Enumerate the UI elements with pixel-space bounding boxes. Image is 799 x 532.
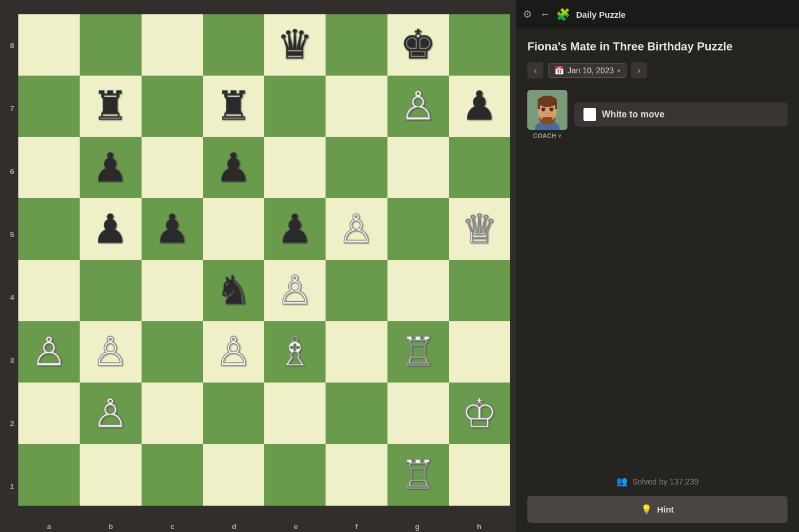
cell-c4[interactable] [142, 260, 203, 321]
cell-f6[interactable] [326, 137, 387, 198]
date-value: Jan 10, 2023 [567, 66, 614, 75]
cell-c6[interactable] [142, 137, 203, 198]
cell-f1[interactable] [326, 444, 387, 505]
move-text: White to move [602, 109, 664, 120]
cell-a5[interactable] [18, 198, 80, 259]
cell-e4[interactable]: ♙ [264, 260, 326, 321]
cell-f2[interactable] [326, 383, 387, 444]
hint-label: Hint [657, 505, 673, 514]
date-next-button[interactable]: › [631, 62, 647, 78]
board-wrapper: 8 7 6 5 4 3 2 1 ♛♚♜♜♙♟♟♟♟♟♟♙♕♞♙♙♙♙♗♖♙♔♖ … [6, 14, 510, 518]
date-chevron-icon: ▾ [617, 68, 620, 74]
back-icon[interactable]: ← [540, 9, 550, 21]
cell-e3[interactable]: ♗ [264, 321, 326, 383]
cell-c3[interactable] [142, 321, 203, 383]
cell-f5[interactable]: ♙ [326, 198, 387, 259]
piece-white-pawn-e4: ♙ [277, 270, 313, 310]
cell-a4[interactable] [18, 260, 80, 321]
sidebar: ⚙ ← 🧩 Daily Puzzle Fiona's Mate in Three… [516, 0, 799, 532]
cell-f8[interactable] [326, 14, 387, 76]
cell-e6[interactable] [264, 137, 326, 198]
date-selector[interactable]: 📅 Jan 10, 2023 ▾ [548, 63, 626, 78]
cell-g5[interactable] [387, 198, 449, 259]
cell-b5[interactable]: ♟ [80, 198, 141, 259]
cell-a3[interactable]: ♙ [18, 321, 80, 383]
cell-b6[interactable]: ♟ [80, 137, 141, 198]
piece-white-pawn-d3: ♙ [216, 332, 252, 372]
cell-h3[interactable] [449, 321, 510, 383]
cell-a2[interactable] [18, 383, 80, 444]
piece-white-pawn-f5: ♙ [338, 209, 374, 249]
cell-d1[interactable] [203, 444, 264, 505]
cell-c7[interactable] [142, 76, 203, 137]
cell-h1[interactable] [449, 444, 510, 505]
date-nav: ‹ 📅 Jan 10, 2023 ▾ › [527, 62, 788, 78]
cell-d6[interactable]: ♟ [203, 137, 264, 198]
svg-point-9 [546, 113, 549, 115]
cell-d8[interactable] [203, 14, 264, 76]
move-indicator: White to move [574, 103, 788, 127]
cell-g6[interactable] [387, 137, 449, 198]
cell-a6[interactable] [18, 137, 80, 198]
cell-e1[interactable] [264, 444, 326, 505]
cell-h5[interactable]: ♕ [449, 198, 510, 259]
cell-b7[interactable]: ♜ [80, 76, 141, 137]
cell-e2[interactable] [264, 383, 326, 444]
cell-a8[interactable] [18, 14, 80, 76]
file-e: e [293, 522, 297, 531]
cell-a7[interactable] [18, 76, 80, 137]
cell-c5[interactable]: ♟ [142, 198, 203, 259]
piece-black-king-g8: ♚ [400, 25, 436, 65]
cell-b1[interactable] [80, 444, 141, 505]
coach-text: COACH [533, 132, 556, 139]
cell-h8[interactable] [449, 14, 510, 76]
board-area: 8 7 6 5 4 3 2 1 ♛♚♜♜♙♟♟♟♟♟♟♙♕♞♙♙♙♙♗♖♙♔♖ … [0, 0, 516, 532]
rank-3: 3 [10, 356, 14, 365]
cell-g7[interactable]: ♙ [387, 76, 449, 137]
cell-e7[interactable] [264, 76, 326, 137]
cell-d4[interactable]: ♞ [203, 260, 264, 321]
cell-g3[interactable]: ♖ [387, 321, 449, 383]
svg-rect-13 [541, 108, 546, 109]
piece-white-rook-g3: ♖ [400, 332, 436, 372]
cell-a1[interactable] [18, 444, 80, 505]
cell-g1[interactable]: ♖ [387, 444, 449, 505]
cell-g4[interactable] [387, 260, 449, 321]
cell-b4[interactable] [80, 260, 141, 321]
cell-c8[interactable] [142, 14, 203, 76]
cell-c2[interactable] [142, 383, 203, 444]
coach-label[interactable]: COACH ∨ [533, 132, 562, 139]
file-g: g [415, 522, 420, 531]
cell-d7[interactable]: ♜ [203, 76, 264, 137]
cell-h6[interactable] [449, 137, 510, 198]
cell-e8[interactable]: ♛ [264, 14, 326, 76]
cell-d3[interactable]: ♙ [203, 321, 264, 383]
cell-c1[interactable] [142, 444, 203, 505]
svg-rect-6 [555, 101, 557, 109]
gear-icon[interactable]: ⚙ [523, 8, 532, 21]
svg-point-7 [542, 109, 545, 112]
cell-h7[interactable]: ♟ [449, 76, 510, 137]
cell-g2[interactable] [387, 383, 449, 444]
piece-white-pawn-b3: ♙ [92, 332, 128, 372]
cell-h2[interactable]: ♔ [449, 383, 510, 444]
cell-e5[interactable]: ♟ [264, 198, 326, 259]
cell-f7[interactable] [326, 76, 387, 137]
cell-b8[interactable] [80, 14, 141, 76]
cell-g8[interactable]: ♚ [387, 14, 449, 76]
cell-b3[interactable]: ♙ [80, 321, 141, 383]
hint-button[interactable]: 💡 Hint [527, 496, 788, 523]
cell-d2[interactable] [203, 383, 264, 444]
piece-white-bishop-e3: ♗ [277, 332, 313, 372]
rank-4: 4 [10, 293, 14, 302]
cell-h4[interactable] [449, 260, 510, 321]
piece-black-pawn-h7: ♟ [461, 86, 498, 126]
coach-chevron-icon: ∨ [558, 133, 562, 139]
piece-black-pawn-b6: ♟ [92, 148, 128, 188]
date-prev-button[interactable]: ‹ [527, 62, 543, 78]
rank-6: 6 [10, 167, 14, 176]
cell-f4[interactable] [326, 260, 387, 321]
cell-d5[interactable] [203, 198, 264, 259]
cell-f3[interactable] [326, 321, 387, 383]
cell-b2[interactable]: ♙ [80, 383, 141, 444]
